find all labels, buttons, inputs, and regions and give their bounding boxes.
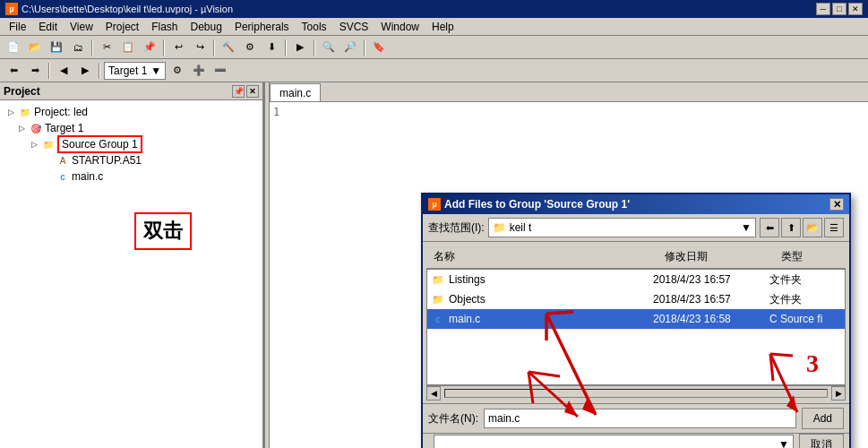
file-listings-name: Listings — [449, 273, 653, 286]
col-type: 类型 — [774, 247, 846, 266]
add-button[interactable]: Add — [802, 408, 844, 429]
filename-label: 文件名(N): — [428, 411, 478, 426]
dialog-body: 名称 修改日期 类型 📁 Listings 2018/4/23 16:57 文件… — [423, 242, 849, 403]
dialog-close-btn[interactable]: ✕ — [829, 198, 844, 211]
file-list-header: 名称 修改日期 类型 — [426, 246, 846, 269]
c-mainc-icon: c — [431, 312, 445, 326]
file-mainc-type: C Source fi — [769, 313, 841, 325]
new-folder-btn[interactable]: 📂 — [803, 218, 822, 237]
file-objects-name: Objects — [449, 293, 653, 306]
dialog-footer: 文件名(N): Add — [423, 403, 849, 433]
location-dropdown-arrow: ▼ — [741, 221, 752, 234]
file-mainc-name: main.c — [449, 313, 653, 325]
view-mode-btn[interactable]: ☰ — [824, 218, 844, 237]
location-value: keil t — [510, 221, 532, 234]
dialog-title-bar: µ Add Files to Group 'Source Group 1' ✕ — [423, 194, 849, 214]
folder-listings-icon: 📁 — [431, 272, 445, 287]
dialog-toolbar: 查找范围(I): 📁 keil t ▼ ⬅ ⬆ 📂 ☰ — [423, 214, 849, 242]
up-folder-btn[interactable]: ⬆ — [781, 218, 801, 237]
hscroll-bar: ◀ ▶ — [426, 385, 846, 400]
back-nav-btn[interactable]: ⬅ — [760, 218, 779, 237]
file-listings-date: 2018/4/23 16:57 — [653, 273, 769, 286]
file-objects-type: 文件夹 — [769, 292, 841, 307]
hscroll-right-btn[interactable]: ▶ — [831, 386, 846, 401]
cancel-button[interactable]: 取消 — [799, 434, 844, 448]
dialog-title-text: Add Files to Group 'Source Group 1' — [444, 198, 630, 211]
hscroll-track[interactable] — [444, 389, 828, 398]
filetype-dropdown[interactable]: ▼ — [434, 435, 794, 448]
dialog-icon: µ — [428, 198, 441, 211]
location-dropdown[interactable]: 📁 keil t ▼ — [488, 218, 756, 237]
file-mainc-date: 2018/4/23 16:58 — [653, 313, 769, 325]
file-dialog: µ Add Files to Group 'Source Group 1' ✕ … — [421, 193, 851, 448]
filetype-arrow: ▼ — [778, 438, 789, 448]
col-date: 修改日期 — [657, 247, 774, 266]
file-list: 📁 Listings 2018/4/23 16:57 文件夹 📁 Objects… — [426, 269, 846, 385]
hscroll-left-btn[interactable]: ◀ — [426, 386, 441, 401]
location-label: 查找范围(I): — [428, 220, 485, 236]
folder-objects-icon: 📁 — [431, 292, 445, 306]
location-folder-icon: 📁 — [493, 221, 506, 234]
file-row-objects[interactable]: 📁 Objects 2018/4/23 16:57 文件夹 — [427, 289, 845, 309]
file-objects-date: 2018/4/23 16:57 — [653, 293, 769, 306]
dialog-toolbar-btns: ⬅ ⬆ 📂 ☰ — [760, 218, 844, 237]
col-name: 名称 — [426, 247, 657, 266]
file-listings-type: 文件夹 — [769, 272, 841, 288]
filename-input[interactable] — [484, 409, 796, 428]
file-row-mainc[interactable]: c main.c 2018/4/23 16:58 C Source fi — [427, 309, 845, 329]
dialog-overlay: µ Add Files to Group 'Source Group 1' ✕ … — [0, 0, 868, 448]
dialog-footer-2: ▼ 取消 — [423, 433, 849, 448]
dialog-title-left: µ Add Files to Group 'Source Group 1' — [428, 198, 630, 211]
file-row-listings[interactable]: 📁 Listings 2018/4/23 16:57 文件夹 — [427, 270, 845, 289]
